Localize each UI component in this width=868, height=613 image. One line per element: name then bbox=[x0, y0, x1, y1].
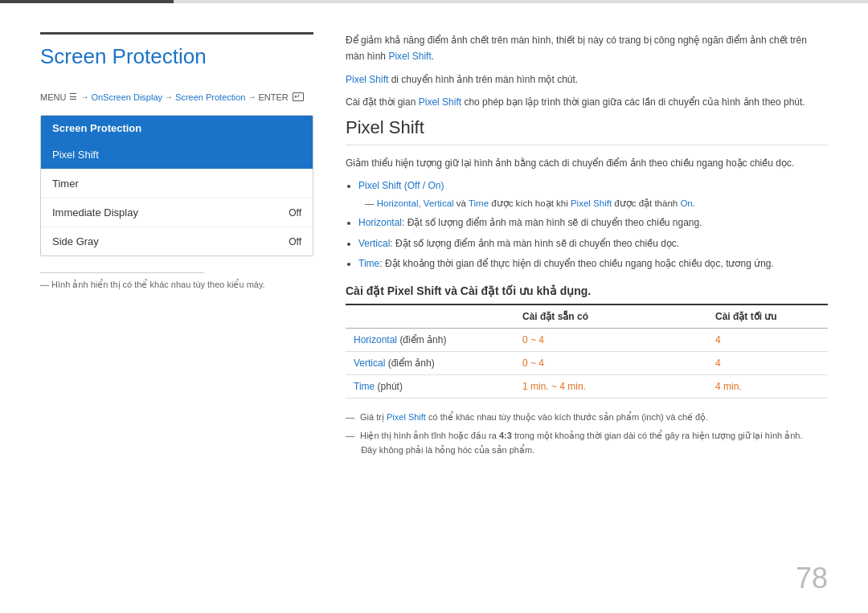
menu-header: Screen Protection bbox=[41, 116, 313, 141]
bullet-item-1: Pixel Shift (Off / On) — Horizontal, Ver… bbox=[358, 178, 828, 211]
row-default-horizontal: 0 ~ 4 bbox=[514, 329, 707, 352]
table-row: Time (phút) 1 min. ~ 4 min. 4 min. bbox=[346, 375, 828, 398]
left-column: Screen Protection MENU ☰ → OnScreen Disp… bbox=[40, 32, 313, 589]
page-title: Screen Protection bbox=[40, 32, 313, 77]
sub-note-1: — Horizontal, Vertical và Time được kích… bbox=[365, 195, 828, 212]
row-optimal-time: 4 min. bbox=[707, 375, 828, 398]
menu-item-label: Timer bbox=[52, 178, 79, 190]
intro-paragraph-1: Để giảm khả năng điểm ảnh chết trên màn … bbox=[346, 32, 828, 65]
highlight: Pixel Shift (Off / On) bbox=[358, 180, 444, 191]
th-optimal: Cài đặt tối ưu bbox=[707, 304, 828, 329]
th-default: Cài đặt sẵn có bbox=[514, 304, 707, 329]
table-header-row: Cài đặt sẵn có Cài đặt tối ưu bbox=[346, 304, 828, 329]
table-row: Horizontal (điểm ảnh) 0 ~ 4 4 bbox=[346, 329, 828, 352]
menu-item-side-gray[interactable]: Side Gray Off bbox=[41, 227, 313, 255]
breadcrumb-onscreen: OnScreen Display bbox=[91, 92, 162, 102]
menu-item-label: Side Gray bbox=[52, 235, 99, 247]
body-intro: Giảm thiểu hiện tượng giữ lại hình ảnh b… bbox=[346, 155, 828, 171]
row-label-horizontal: Horizontal (điểm ảnh) bbox=[346, 329, 514, 352]
row-optimal-horizontal: 4 bbox=[707, 329, 828, 352]
left-footnote: — Hình ảnh hiển thị có thể khác nhau tùy… bbox=[40, 280, 313, 290]
intro-paragraph-2: Pixel Shift di chuyển hình ảnh trên màn … bbox=[346, 72, 828, 88]
breadcrumb: MENU ☰ → OnScreen Display → Screen Prote… bbox=[40, 92, 313, 102]
menu-item-pixel-shift[interactable]: Pixel Shift bbox=[41, 141, 313, 170]
highlight-pixel-shift-2: Pixel Shift bbox=[346, 74, 388, 85]
bullet-item-3: Vertical: Đặt số lượng điểm ảnh mà màn h… bbox=[358, 235, 828, 253]
table-row: Vertical (điểm ảnh) 0 ~ 4 4 bbox=[346, 352, 828, 375]
breadcrumb-protection: Screen Protection bbox=[175, 92, 245, 102]
menu-item-value: Off bbox=[289, 236, 301, 247]
menu-box: Screen Protection Pixel Shift Timer Imme… bbox=[40, 115, 313, 256]
highlight-pixel-shift-3: Pixel Shift bbox=[419, 96, 461, 108]
menu-item-immediate-display[interactable]: Immediate Display Off bbox=[41, 198, 313, 227]
footnote-divider bbox=[40, 272, 204, 273]
pixel-shift-table: Cài đặt sẵn có Cài đặt tối ưu Horizontal… bbox=[346, 304, 828, 398]
menu-item-timer[interactable]: Timer bbox=[41, 170, 313, 198]
bullet-item-2: Horizontal: Đặt số lượng điểm ảnh mà màn… bbox=[358, 215, 828, 232]
menu-item-label: Immediate Display bbox=[52, 206, 138, 219]
highlight: Vertical bbox=[358, 238, 390, 249]
breadcrumb-arrow3: → bbox=[248, 92, 256, 101]
table-title: Cài đặt Pixel Shift và Cài đặt tối ưu kh… bbox=[346, 284, 828, 297]
row-label-vertical: Vertical (điểm ảnh) bbox=[346, 352, 514, 375]
row-optimal-vertical: 4 bbox=[707, 352, 828, 375]
highlight-pixel-shift: Pixel Shift bbox=[388, 51, 431, 62]
breadcrumb-enter: ENTER bbox=[258, 92, 288, 102]
top-line bbox=[0, 0, 868, 3]
row-label-time: Time (phút) bbox=[346, 375, 514, 398]
th-col1 bbox=[346, 304, 514, 329]
highlight: Horizontal bbox=[358, 217, 402, 228]
menu-item-value: Off bbox=[289, 207, 301, 219]
intro-paragraph-3: Cài đặt thời gian Pixel Shift cho phép b… bbox=[346, 94, 828, 110]
page-number: 78 bbox=[796, 562, 828, 595]
menu-icon: ☰ bbox=[69, 92, 77, 102]
right-column: Để giảm khả năng điểm ảnh chết trên màn … bbox=[346, 32, 828, 589]
footnote-2: — Hiện thị hình ảnh tĩnh hoặc đầu ra 4:3… bbox=[346, 428, 828, 458]
highlight: Time bbox=[358, 258, 379, 269]
bottom-notes: — Giá trị Pixel Shift có thể khác nhau t… bbox=[346, 410, 828, 458]
row-default-vertical: 0 ~ 4 bbox=[514, 352, 707, 375]
breadcrumb-menu: MENU bbox=[40, 92, 66, 102]
row-default-time: 1 min. ~ 4 min. bbox=[514, 375, 707, 398]
enter-icon bbox=[293, 92, 304, 101]
section-title: Pixel Shift bbox=[346, 117, 828, 145]
breadcrumb-arrow1: → bbox=[80, 92, 88, 101]
menu-item-label: Pixel Shift bbox=[52, 149, 99, 161]
bullet-item-4: Time: Đặt khoảng thời gian để thực hiện … bbox=[358, 255, 828, 273]
footnote-1: — Giá trị Pixel Shift có thể khác nhau t… bbox=[346, 410, 828, 425]
breadcrumb-arrow2: → bbox=[165, 92, 173, 101]
bullet-list: Pixel Shift (Off / On) — Horizontal, Ver… bbox=[358, 178, 828, 273]
